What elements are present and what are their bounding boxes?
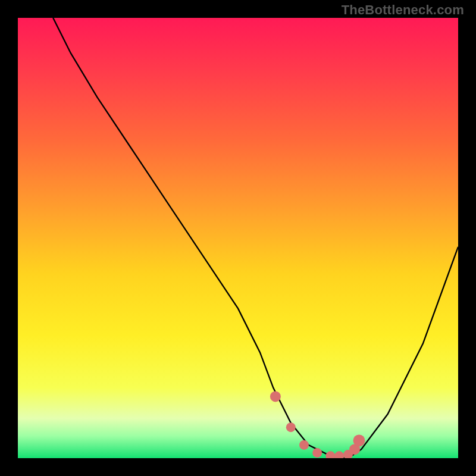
attribution-text: TheBottleneck.com: [342, 2, 464, 18]
highlight-marker: [270, 391, 281, 402]
highlight-marker: [312, 448, 322, 458]
bottleneck-curve-line: [53, 18, 458, 458]
bottleneck-curve-svg: [18, 18, 458, 458]
highlight-marker: [286, 422, 296, 432]
chart-frame: TheBottleneck.com: [0, 0, 476, 476]
highlight-marker: [299, 440, 309, 450]
highlight-marker: [325, 451, 335, 458]
highlight-marker: [353, 434, 365, 446]
highlight-marker: [334, 451, 344, 458]
highlight-marker-group: [270, 391, 365, 458]
